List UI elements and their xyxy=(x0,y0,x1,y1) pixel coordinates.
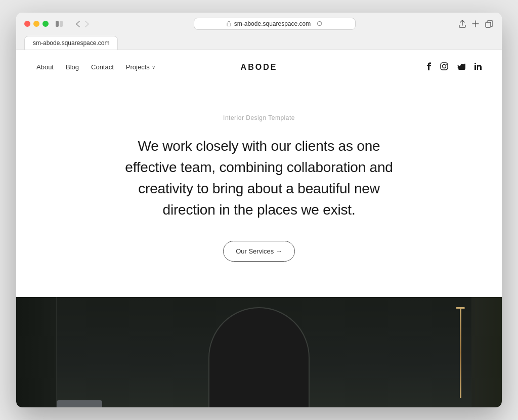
nav-right xyxy=(426,62,482,72)
address-bar[interactable]: sm-abode.squarespace.com xyxy=(194,18,356,30)
browser-nav xyxy=(74,20,91,28)
arch-shape xyxy=(208,307,310,407)
browser-window: sm-abode.squarespace.com xyxy=(16,13,502,407)
nav-blog[interactable]: Blog xyxy=(66,63,79,71)
light-fixture xyxy=(460,307,461,398)
site-logo: ABODE xyxy=(241,63,278,71)
browser-actions xyxy=(458,19,494,29)
new-tab-button[interactable] xyxy=(471,19,480,28)
svg-point-6 xyxy=(446,64,447,65)
facebook-icon[interactable] xyxy=(426,62,431,72)
minimize-button[interactable] xyxy=(33,21,39,27)
svg-rect-4 xyxy=(441,63,448,70)
cta-button[interactable]: Our Services → xyxy=(223,241,295,262)
hero-section: Interior Design Template We work closely… xyxy=(16,84,502,297)
url-text: sm-abode.squarespace.com xyxy=(234,20,311,27)
chair-shape xyxy=(57,400,105,407)
share-button[interactable] xyxy=(458,19,467,29)
address-bar-wrap: sm-abode.squarespace.com xyxy=(96,18,453,30)
nav-contact[interactable]: Contact xyxy=(91,63,114,71)
image-section xyxy=(16,297,502,407)
svg-rect-1 xyxy=(60,21,63,27)
close-button[interactable] xyxy=(24,21,30,27)
browser-chrome: sm-abode.squarespace.com xyxy=(16,13,502,50)
maximize-button[interactable] xyxy=(42,21,49,27)
svg-rect-2 xyxy=(227,23,231,26)
hero-subtitle: Interior Design Template xyxy=(223,114,295,121)
hero-headline: We work closely with our clients as one … xyxy=(122,136,396,221)
nav-center: ABODE xyxy=(241,63,278,72)
svg-rect-7 xyxy=(474,65,476,70)
twitter-icon[interactable] xyxy=(457,63,465,71)
lock-icon xyxy=(227,21,231,27)
chair-back xyxy=(57,400,102,407)
browser-tabs: sm-abode.squarespace.com xyxy=(24,34,494,50)
site-nav: About Blog Contact Projects ∨ ABODE xyxy=(16,50,502,84)
sidebar-toggle-button[interactable] xyxy=(54,20,65,28)
traffic-lights xyxy=(24,21,49,27)
back-button[interactable] xyxy=(74,20,82,28)
forward-button[interactable] xyxy=(83,20,91,28)
nav-about[interactable]: About xyxy=(36,63,54,71)
instagram-icon[interactable] xyxy=(440,62,448,72)
svg-point-5 xyxy=(443,65,446,68)
wall-panel-left xyxy=(16,297,57,407)
nav-left: About Blog Contact Projects ∨ xyxy=(36,63,155,71)
linkedin-icon[interactable] xyxy=(474,63,482,71)
chevron-down-icon: ∨ xyxy=(152,64,155,70)
duplicate-button[interactable] xyxy=(484,19,494,29)
refresh-icon[interactable] xyxy=(317,21,322,27)
website-content: About Blog Contact Projects ∨ ABODE xyxy=(16,50,502,407)
svg-point-8 xyxy=(474,63,476,64)
svg-rect-3 xyxy=(486,22,491,27)
svg-rect-0 xyxy=(56,21,59,27)
wall-panel-right xyxy=(471,297,502,407)
nav-projects[interactable]: Projects ∨ xyxy=(126,63,155,71)
active-tab[interactable]: sm-abode.squarespace.com xyxy=(24,36,118,50)
